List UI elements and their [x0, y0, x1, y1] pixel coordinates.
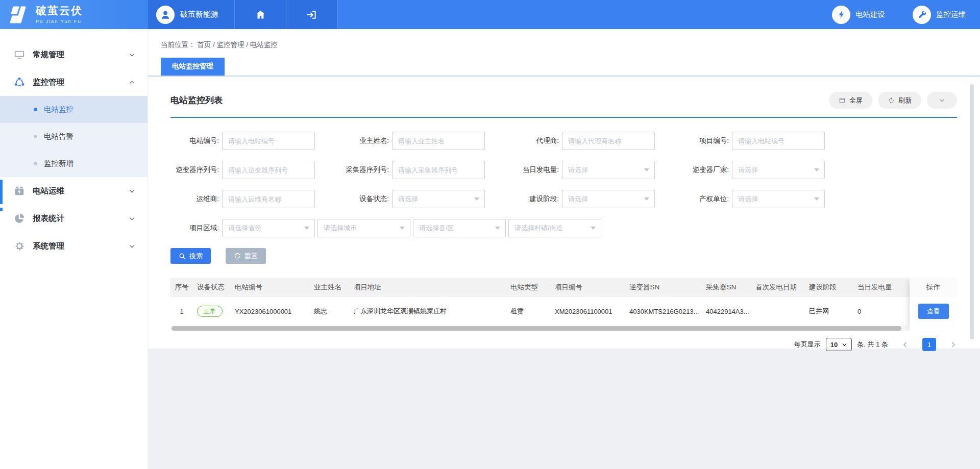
table-header: 序号 设备状态 电站编号 业主姓名 项目地址 电站类型 项目编号 逆变器SN 采…	[170, 278, 957, 297]
refresh-label: 刷新	[898, 96, 912, 105]
project-no-input[interactable]	[732, 132, 825, 150]
town-select[interactable]: 请选择村镇/街道	[508, 219, 601, 237]
sidebar-item-station-monitor[interactable]: 电站监控	[0, 96, 148, 123]
horizontal-scrollbar	[170, 326, 910, 331]
collapse-panel-button[interactable]	[927, 92, 957, 109]
sidebar-item-system-management[interactable]: 系统管理	[0, 232, 148, 260]
sidebar-scrollbar-thumb[interactable]	[0, 180, 3, 204]
table-row: 1 正常 YX2023061000001 姚忠 广东深圳龙华区观澜镇姚家庄村 租…	[170, 297, 957, 326]
reset-icon	[234, 253, 241, 260]
gear-icon	[14, 240, 25, 252]
select-placeholder: 请选择	[568, 165, 588, 175]
chevron-down-icon	[129, 52, 135, 58]
chevron-left-icon	[901, 341, 909, 349]
brand: 破茧云伏 Po Jian Yun Fu	[0, 0, 148, 29]
col-index: 序号	[170, 283, 193, 292]
power-station-icon	[14, 185, 25, 196]
filter-actions: 搜索 重置	[170, 248, 957, 264]
col-station-no: 电站编号	[231, 283, 310, 292]
cell-daily-gen: 0	[853, 308, 910, 315]
sidebar-scrollbar-thumb-2[interactable]	[0, 208, 3, 211]
sidebar: 常规管理 监控管理 电站监控 电站告警 监控新增 电站运维	[0, 29, 148, 469]
breadcrumb: 当前位置： 首页 / 监控管理 / 电站监控	[148, 29, 980, 50]
cell-type: 租赁	[506, 307, 551, 316]
col-owner: 业主姓名	[310, 283, 350, 292]
caret-down-icon	[400, 227, 405, 230]
col-collector-sn: 采集器SN	[702, 283, 751, 292]
col-daily-gen: 当日发电量	[853, 283, 910, 292]
prev-page-button[interactable]	[901, 341, 909, 349]
pagination: 每页显示 10 条, 共 1 条 1	[170, 338, 957, 351]
filter-row-1: 电站编号: 业主姓名: 代理商: 项目编号:	[170, 132, 957, 150]
station-build-label: 电站建设	[855, 10, 885, 19]
refresh-button[interactable]: 刷新	[878, 92, 921, 109]
cell-build-stage: 已并网	[805, 307, 853, 316]
col-device-status: 设备状态	[193, 283, 231, 292]
station-table: 序号 设备状态 电站编号 业主姓名 项目地址 电站类型 项目编号 逆变器SN 采…	[170, 278, 957, 331]
horizontal-scrollbar-thumb[interactable]	[172, 326, 901, 331]
page-number-button[interactable]: 1	[922, 338, 936, 351]
bullet-dot-icon	[34, 162, 37, 165]
collector-sn-input[interactable]	[392, 161, 485, 179]
brand-subtitle: Po Jian Yun Fu	[36, 18, 83, 24]
tab-station-monitor-management[interactable]: 电站监控管理	[161, 58, 225, 76]
page-title: 电站监控列表	[170, 94, 223, 106]
bullet-dot-icon	[34, 108, 37, 111]
cell-owner: 姚忠	[310, 307, 350, 316]
sidebar-item-label: 电站运维	[33, 186, 64, 196]
brand-title: 破茧云伏	[36, 5, 83, 16]
reset-button[interactable]: 重置	[226, 248, 266, 264]
view-button[interactable]: 查看	[918, 304, 949, 319]
agent-input[interactable]	[562, 132, 655, 150]
status-badge: 正常	[197, 306, 223, 317]
brand-logo-icon	[8, 5, 30, 25]
county-select[interactable]: 请选择县/区	[413, 219, 506, 237]
field-label: 当日发电量:	[510, 165, 562, 175]
search-button[interactable]: 搜索	[170, 248, 211, 264]
device-status-select[interactable]: 请选择	[392, 190, 485, 208]
sidebar-item-station-alarm[interactable]: 电站告警	[0, 123, 148, 150]
city-select[interactable]: 请选择城市	[317, 219, 410, 237]
field-label: 采集器序列号:	[340, 165, 392, 175]
fullscreen-button[interactable]: 全屏	[829, 92, 872, 109]
sub-item-label: 电站告警	[44, 132, 74, 141]
sub-item-label: 监控新增	[44, 159, 74, 168]
build-stage-select[interactable]: 请选择	[562, 190, 655, 208]
user-avatar-icon	[156, 6, 175, 24]
inverter-vendor-select[interactable]: 请选择	[732, 161, 825, 179]
search-icon	[179, 253, 186, 260]
inverter-sn-input[interactable]	[222, 161, 315, 179]
sidebar-item-general-management[interactable]: 常规管理	[0, 41, 148, 68]
filter-build-stage: 建设阶段: 请选择	[510, 190, 655, 208]
cell-index: 1	[170, 308, 193, 315]
reset-label: 重置	[244, 252, 258, 261]
per-page-select[interactable]: 10	[826, 338, 852, 351]
monitor-ops-button[interactable]: 监控运维	[913, 6, 966, 24]
province-select[interactable]: 请选择省份	[222, 219, 315, 237]
topbar-user[interactable]: 破茧新能源	[148, 0, 235, 29]
caret-down-icon	[814, 198, 819, 201]
sidebar-item-report-stats[interactable]: 报表统计	[0, 205, 148, 232]
logout-button[interactable]	[286, 0, 338, 29]
home-icon	[255, 9, 266, 20]
filter-station-no: 电站编号:	[170, 132, 315, 150]
chevron-down-icon	[129, 215, 135, 222]
select-placeholder: 请选择	[568, 194, 588, 204]
home-button[interactable]	[235, 0, 286, 29]
owner-name-input[interactable]	[392, 132, 485, 150]
station-build-button[interactable]: 电站建设	[832, 6, 885, 24]
sidebar-item-monitor-management[interactable]: 监控管理	[0, 68, 148, 96]
station-no-input[interactable]	[222, 132, 315, 150]
field-label: 逆变器厂家:	[680, 165, 732, 175]
next-page-button[interactable]	[949, 341, 957, 349]
filter-ops-vendor: 运维商:	[170, 190, 315, 208]
sidebar-item-monitor-add[interactable]: 监控新增	[0, 150, 148, 177]
property-unit-select[interactable]: 请选择	[732, 190, 825, 208]
sidebar-item-station-ops[interactable]: 电站运维	[0, 177, 148, 205]
field-label: 产权单位:	[680, 194, 732, 204]
station-monitor-panel: 电站监控列表 全屏 刷新	[148, 77, 980, 351]
ops-vendor-input[interactable]	[222, 190, 315, 208]
topbar-actions: 电站建设 监控运维	[832, 0, 980, 29]
daily-gen-select[interactable]: 请选择	[562, 161, 655, 179]
page-scrollbar-thumb[interactable]	[970, 84, 974, 339]
